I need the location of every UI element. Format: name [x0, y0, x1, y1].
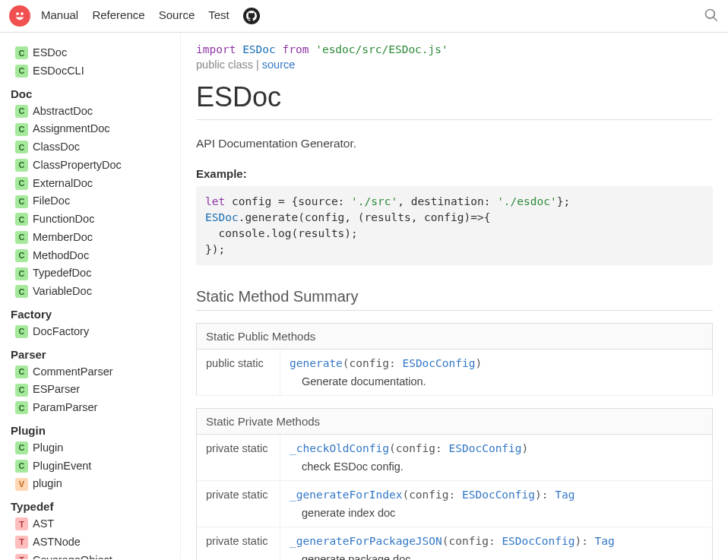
- sidebar-link[interactable]: ESParser: [33, 381, 80, 398]
- method-name-link[interactable]: _generateForPackageJSON: [290, 535, 442, 547]
- kind-badge: C: [15, 231, 28, 244]
- sidebar-link[interactable]: ParamParser: [33, 400, 97, 416]
- method-name-link[interactable]: _generateForIndex: [290, 489, 402, 501]
- sidebar-item-paramparser[interactable]: CParamParser: [15, 400, 177, 416]
- search-icon[interactable]: [704, 8, 719, 25]
- sidebar-link[interactable]: FunctionDoc: [33, 211, 94, 228]
- sidebar-link[interactable]: MethodDoc: [33, 248, 89, 264]
- private-methods-header: Static Private Methods: [197, 409, 713, 435]
- sidebar-item-esparser[interactable]: CESParser: [15, 381, 177, 398]
- top-nav: Manual Reference Source Test: [41, 8, 260, 24]
- sidebar-link[interactable]: ESDocCLI: [33, 63, 84, 80]
- param-type-link[interactable]: ESDocConfig: [449, 442, 522, 454]
- method-name-link[interactable]: _checkOldConfig: [290, 442, 389, 454]
- import-statement: import ESDoc from 'esdoc/src/ESDoc.js': [196, 43, 713, 55]
- sidebar-link[interactable]: MemberDoc: [33, 229, 93, 246]
- sidebar-item-pluginevent[interactable]: CPluginEvent: [15, 458, 177, 475]
- method-modifiers: public static: [197, 350, 280, 396]
- kind-badge: C: [15, 249, 28, 262]
- kind-badge: C: [15, 105, 28, 118]
- sidebar-link[interactable]: ExternalDoc: [33, 176, 93, 192]
- param-type-link[interactable]: ESDocConfig: [462, 489, 535, 501]
- kind-badge: C: [15, 441, 28, 454]
- sidebar-item-functiondoc[interactable]: CFunctionDoc: [15, 211, 177, 228]
- sidebar-item-externaldoc[interactable]: CExternalDoc: [15, 176, 177, 192]
- kind-badge: C: [15, 401, 28, 414]
- method-modifiers: private static: [197, 527, 280, 560]
- sidebar-section-typedef: Typedef: [11, 500, 177, 513]
- nav-reference[interactable]: Reference: [92, 8, 144, 21]
- param-type-link[interactable]: ESDocConfig: [502, 535, 574, 547]
- sidebar-item-plugin[interactable]: CPlugin: [15, 440, 177, 457]
- kind-badge: C: [15, 365, 28, 378]
- sidebar-item-esdoc[interactable]: CESDoc: [15, 45, 177, 62]
- method-signature: _generateForIndex(config: ESDocConfig): …: [280, 481, 713, 527]
- sidebar-link[interactable]: ClassPropertyDoc: [33, 157, 122, 174]
- nav-manual[interactable]: Manual: [41, 8, 78, 21]
- method-row: private static_generateForPackageJSON(co…: [197, 527, 713, 560]
- sidebar-link[interactable]: CommentParser: [33, 364, 113, 381]
- sidebar-link[interactable]: CoverageObject: [33, 552, 112, 560]
- kind-badge: C: [15, 285, 28, 298]
- sidebar-section-doc: Doc: [11, 87, 177, 100]
- kind-badge: C: [15, 141, 28, 153]
- return-type-link[interactable]: Tag: [595, 535, 615, 547]
- nav-test[interactable]: Test: [208, 8, 229, 21]
- sidebar-item-classpropertydoc[interactable]: CClassPropertyDoc: [15, 157, 177, 174]
- sidebar-item-commentparser[interactable]: CCommentParser: [15, 364, 177, 381]
- sidebar-item-filedoc[interactable]: CFileDoc: [15, 193, 177, 210]
- sidebar-item-astnode[interactable]: TASTNode: [15, 534, 177, 551]
- sidebar-link[interactable]: FileDoc: [33, 193, 70, 210]
- sidebar-link[interactable]: VariableDoc: [33, 283, 92, 300]
- sidebar-section-parser: Parser: [11, 348, 177, 361]
- sidebar-item-docfactory[interactable]: CDocFactory: [15, 324, 177, 340]
- kind-badge: C: [15, 46, 28, 59]
- sidebar-link[interactable]: Plugin: [33, 440, 63, 457]
- sidebar-link[interactable]: plugin: [33, 476, 62, 492]
- class-meta: public class | source: [196, 59, 713, 71]
- sidebar-item-abstractdoc[interactable]: CAbstractDoc: [15, 103, 177, 120]
- kind-badge: C: [15, 195, 28, 208]
- sidebar-link[interactable]: ESDoc: [33, 45, 67, 62]
- sidebar-link[interactable]: AbstractDoc: [33, 103, 93, 120]
- sidebar-item-variabledoc[interactable]: CVariableDoc: [15, 283, 177, 300]
- method-row: public staticgenerate(config: ESDocConfi…: [197, 350, 713, 396]
- sidebar-item-plugin[interactable]: Vplugin: [15, 476, 177, 492]
- method-description: check ESDoc config.: [302, 460, 703, 473]
- sidebar-item-ast[interactable]: TAST: [15, 516, 177, 533]
- method-row: private static_generateForIndex(config: …: [197, 481, 713, 527]
- kind-badge: C: [15, 159, 28, 172]
- sidebar-link[interactable]: AssignmentDoc: [33, 121, 110, 138]
- sidebar-item-assignmentdoc[interactable]: CAssignmentDoc: [15, 121, 177, 138]
- kind-badge: V: [15, 478, 28, 491]
- sidebar-link[interactable]: AST: [33, 516, 54, 533]
- app-logo[interactable]: [9, 5, 30, 27]
- sidebar-item-typedefdoc[interactable]: CTypedefDoc: [15, 265, 177, 282]
- sidebar-item-memberdoc[interactable]: CMemberDoc: [15, 229, 177, 246]
- method-description: Generate documentation.: [302, 375, 703, 388]
- method-signature: generate(config: ESDocConfig)Generate do…: [280, 350, 713, 396]
- sidebar-section-factory: Factory: [11, 308, 177, 321]
- sidebar-item-methoddoc[interactable]: CMethodDoc: [15, 248, 177, 264]
- sidebar-item-classdoc[interactable]: CClassDoc: [15, 139, 177, 156]
- sidebar-link[interactable]: ClassDoc: [33, 139, 80, 156]
- nav-source[interactable]: Source: [159, 8, 195, 21]
- sidebar-link[interactable]: PluginEvent: [33, 458, 91, 475]
- method-name-link[interactable]: generate: [290, 357, 343, 369]
- sidebar-link[interactable]: DocFactory: [33, 324, 89, 340]
- sidebar-link[interactable]: TypedefDoc: [33, 265, 91, 282]
- kind-badge: C: [15, 384, 28, 397]
- github-icon[interactable]: [243, 8, 260, 24]
- method-modifiers: private static: [197, 481, 280, 527]
- sidebar-item-coverageobject[interactable]: TCoverageObject: [15, 552, 177, 560]
- return-type-link[interactable]: Tag: [555, 489, 574, 501]
- param-type-link[interactable]: ESDocConfig: [402, 357, 475, 369]
- class-description: API Documentation Generator.: [196, 137, 713, 150]
- sidebar-link[interactable]: ASTNode: [33, 534, 81, 551]
- method-row: private static_checkOldConfig(config: ES…: [197, 435, 713, 481]
- source-link[interactable]: source: [262, 59, 296, 71]
- method-modifiers: private static: [197, 435, 280, 481]
- method-description: generate index doc: [302, 507, 703, 519]
- sidebar-item-esdoccli[interactable]: CESDocCLI: [15, 63, 177, 80]
- main-content: import ESDoc from 'esdoc/src/ESDoc.js' p…: [181, 33, 728, 560]
